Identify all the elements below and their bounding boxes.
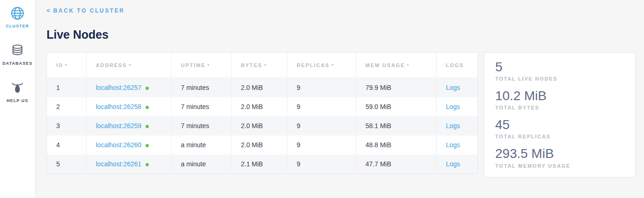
node-live-status-dot	[146, 144, 149, 147]
database-icon	[10, 43, 25, 58]
node-logs-cell: Logs	[437, 136, 478, 155]
node-uptime-cell: 7 minutes	[172, 97, 232, 116]
logs-link[interactable]: Logs	[446, 160, 460, 168]
node-address-cell: localhost:26258	[86, 97, 172, 116]
stat-value: 293.5 MiB	[495, 146, 624, 162]
node-address-link[interactable]: localhost:26261	[96, 160, 141, 168]
logs-link[interactable]: Logs	[446, 103, 460, 110]
node-uptime-cell: a minute	[172, 136, 232, 155]
main-row: ID▾ ADDRESS▾ UPTIME▾ BYTES▾ REPLICAS▾ ME…	[46, 52, 636, 178]
sidebar-item-label: HELP US	[7, 98, 28, 103]
column-header-logs: LOGS	[437, 53, 478, 78]
bug-icon	[10, 81, 25, 95]
node-bytes-cell: 2.0 MiB	[232, 116, 287, 136]
sort-arrow-icon: ▾	[207, 63, 210, 67]
node-address-link[interactable]: localhost:26257	[96, 84, 141, 91]
sidebar-item-label: DATABASES	[2, 61, 33, 66]
stat-value: 10.2 MiB	[495, 88, 624, 104]
logs-link[interactable]: Logs	[446, 122, 460, 130]
page-title: Live Nodes	[46, 28, 636, 41]
node-uptime-cell: 7 minutes	[172, 78, 232, 97]
sort-arrow-icon: ▾	[65, 63, 68, 67]
node-id-cell: 5	[47, 155, 86, 174]
back-chevron-icon: <	[46, 7, 50, 14]
node-mem-usage-cell: 59.0 MiB	[356, 97, 437, 116]
node-address-link[interactable]: localhost:26260	[96, 141, 141, 149]
node-address-link[interactable]: localhost:26258	[96, 103, 141, 110]
logs-link[interactable]: Logs	[446, 84, 460, 91]
node-mem-usage-cell: 58.1 MiB	[356, 116, 437, 136]
summary-panel: 5 TOTAL LIVE NODES 10.2 MiB TOTAL BYTES …	[484, 52, 636, 178]
stat-total-live-nodes: 5 TOTAL LIVE NODES	[495, 59, 624, 82]
node-logs-cell: Logs	[437, 155, 478, 174]
node-bytes-cell: 2.0 MiB	[232, 136, 287, 155]
node-replicas-cell: 9	[287, 97, 356, 116]
live-nodes-table: ID▾ ADDRESS▾ UPTIME▾ BYTES▾ REPLICAS▾ ME…	[46, 52, 478, 174]
stat-value: 5	[495, 59, 624, 75]
table-header-row: ID▾ ADDRESS▾ UPTIME▾ BYTES▾ REPLICAS▾ ME…	[47, 53, 478, 78]
stat-label: TOTAL REPLICAS	[495, 134, 624, 139]
node-live-status-dot	[146, 87, 149, 90]
table-row: 2 localhost:26258 7 minutes 2.0 MiB 9 59…	[47, 97, 478, 116]
node-logs-cell: Logs	[437, 97, 478, 116]
node-replicas-cell: 9	[287, 136, 356, 155]
sort-arrow-icon: ▾	[407, 63, 410, 67]
node-live-status-dot	[146, 163, 149, 166]
main-content: < BACK TO CLUSTER Live Nodes ID▾ ADDRESS…	[35, 0, 644, 198]
stat-value: 45	[495, 117, 624, 133]
node-replicas-cell: 9	[287, 78, 356, 97]
node-bytes-cell: 2.0 MiB	[232, 78, 287, 97]
node-address-cell: localhost:26260	[86, 136, 172, 155]
sort-arrow-icon: ▾	[129, 63, 132, 67]
node-mem-usage-cell: 47.7 MiB	[356, 155, 437, 174]
node-live-status-dot	[146, 125, 149, 128]
node-uptime-cell: a minute	[172, 155, 232, 174]
node-id-cell: 3	[47, 116, 86, 136]
table-row: 4 localhost:26260 a minute 2.0 MiB 9 48.…	[47, 136, 478, 155]
table-row: 5 localhost:26261 a minute 2.1 MiB 9 47.…	[47, 155, 478, 174]
node-replicas-cell: 9	[287, 116, 356, 136]
column-header-id[interactable]: ID▾	[47, 53, 86, 78]
back-to-cluster-link[interactable]: < BACK TO CLUSTER	[46, 7, 125, 14]
node-bytes-cell: 2.0 MiB	[232, 97, 287, 116]
stat-label: TOTAL BYTES	[495, 105, 624, 110]
node-replicas-cell: 9	[287, 155, 356, 174]
node-uptime-cell: 7 minutes	[172, 116, 232, 136]
globe-icon	[10, 6, 25, 20]
column-header-bytes[interactable]: BYTES▾	[232, 53, 287, 78]
sidebar-item-databases[interactable]: DATABASES	[2, 43, 33, 66]
sort-arrow-icon: ▾	[332, 63, 334, 67]
column-header-replicas[interactable]: REPLICAS▾	[287, 53, 356, 78]
table-row: 1 localhost:26257 7 minutes 2.0 MiB 9 79…	[47, 78, 478, 97]
stat-label: TOTAL MEMORY USAGE	[495, 163, 624, 169]
node-id-cell: 2	[47, 97, 86, 116]
sidebar-item-label: CLUSTER	[6, 24, 29, 28]
node-address-cell: localhost:26257	[86, 78, 172, 97]
node-logs-cell: Logs	[437, 78, 478, 97]
node-live-status-dot	[146, 106, 149, 109]
stat-total-replicas: 45 TOTAL REPLICAS	[495, 117, 624, 139]
column-header-mem-usage[interactable]: MEM USAGE▾	[356, 53, 437, 78]
node-address-link[interactable]: localhost:26259	[96, 122, 141, 130]
logs-link[interactable]: Logs	[446, 141, 460, 149]
stat-total-memory-usage: 293.5 MiB TOTAL MEMORY USAGE	[495, 146, 624, 168]
sidebar-item-cluster[interactable]: CLUSTER	[6, 6, 29, 28]
sidebar: CLUSTER DATABASES HELP US	[0, 0, 35, 198]
node-id-cell: 4	[47, 136, 86, 155]
sort-arrow-icon: ▾	[264, 63, 267, 67]
table-row: 3 localhost:26259 7 minutes 2.0 MiB 9 58…	[47, 116, 478, 136]
node-id-cell: 1	[47, 78, 86, 97]
stat-total-bytes: 10.2 MiB TOTAL BYTES	[495, 88, 624, 110]
column-header-uptime[interactable]: UPTIME▾	[172, 53, 232, 78]
node-logs-cell: Logs	[437, 116, 478, 136]
sidebar-item-help-us[interactable]: HELP US	[7, 81, 28, 103]
node-address-cell: localhost:26259	[86, 116, 172, 136]
node-mem-usage-cell: 79.9 MiB	[356, 78, 437, 97]
node-bytes-cell: 2.1 MiB	[232, 155, 287, 174]
column-header-address[interactable]: ADDRESS▾	[86, 53, 172, 78]
back-link-label: BACK TO CLUSTER	[53, 7, 125, 14]
node-address-cell: localhost:26261	[86, 155, 172, 174]
stat-label: TOTAL LIVE NODES	[495, 76, 624, 82]
node-mem-usage-cell: 48.8 MiB	[356, 136, 437, 155]
